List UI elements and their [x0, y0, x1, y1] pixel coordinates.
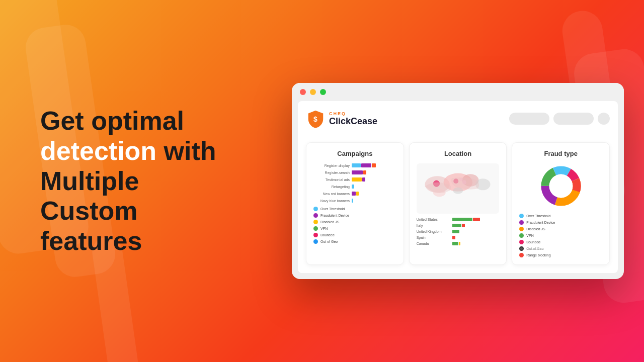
campaign-row-6: Navy blue banners	[313, 199, 396, 203]
brand-name: ClickCease	[329, 116, 377, 127]
location-row-es: Spain	[417, 236, 500, 239]
fraud-legend-1: Over Threshold	[519, 214, 602, 218]
bar-seg	[352, 192, 356, 196]
fraud-dot-5	[519, 240, 524, 244]
fraud-legend: Over Threshold Fraudulent Device Disable…	[519, 214, 602, 257]
ca-bars	[452, 242, 460, 245]
location-row-uk: United Kingdom	[417, 230, 500, 233]
bar-seg	[352, 163, 361, 167]
hero-title: Get optimal detection with Multiple Cust…	[40, 106, 242, 256]
campaigns-legend: Over Threshold Fraudulent Device Disable…	[313, 207, 396, 244]
header-nav	[509, 113, 610, 125]
legend-item-1: Over Threshold	[313, 207, 396, 211]
fraud-dot-7	[519, 253, 524, 257]
bar-seg	[372, 163, 376, 167]
fraud-title: Fraud type	[519, 150, 602, 157]
fraud-legend-4: VPN	[519, 233, 602, 238]
browser-titlebar	[292, 83, 624, 101]
campaign-label-2: Register-search	[313, 171, 350, 174]
traffic-light-red	[300, 89, 306, 95]
bar-seg	[352, 185, 354, 189]
hero-line1: Get optimal	[40, 106, 184, 135]
bar	[452, 236, 455, 239]
bar-seg	[363, 170, 366, 174]
uk-bars	[452, 230, 459, 233]
legend-label-5: Bounced	[320, 233, 335, 237]
campaign-row-4: Retargeting	[313, 185, 396, 189]
world-map-svg	[417, 163, 500, 214]
legend-item-3: Disabled JS	[313, 220, 396, 224]
legend-dot-4	[313, 226, 318, 231]
donut-area	[519, 163, 602, 209]
legend-label-4: VPN	[320, 227, 328, 230]
bar-seg	[352, 199, 353, 203]
legend-dot-5	[313, 233, 318, 237]
nav-pill-sm	[598, 113, 610, 125]
it-bars	[452, 224, 465, 227]
fraud-label-1: Over Threshold	[526, 214, 550, 218]
app-header: $ CHEQ ClickCease	[306, 109, 610, 134]
logo-icon: $	[306, 109, 325, 128]
country-us: United States	[417, 218, 449, 221]
legend-dot-1	[313, 207, 318, 211]
fraud-legend-5: Bounced	[519, 240, 602, 244]
logo-area: $ CHEQ ClickCease	[306, 109, 377, 128]
bar	[459, 242, 460, 245]
legend-label-3: Disabled JS	[320, 220, 339, 224]
cheq-label: CHEQ	[329, 111, 377, 116]
fraud-legend-6: Out of Geo	[519, 246, 602, 251]
fraud-label-6: Out of Geo	[526, 247, 543, 250]
bar-container-3	[352, 177, 365, 182]
campaigns-panel: Campaigns Register-display Register-sear…	[306, 142, 404, 265]
us-bars	[452, 218, 480, 221]
bar-container-5	[352, 192, 359, 196]
campaign-row-2: Register-search	[313, 170, 396, 174]
browser-content: $ CHEQ ClickCease Campaigns Register-	[298, 101, 618, 273]
bar-seg	[362, 177, 365, 182]
fraud-dot-3	[519, 227, 524, 231]
location-row-it: Italy	[417, 224, 500, 227]
country-es: Spain	[417, 236, 449, 239]
campaign-row-1: Register-display	[313, 163, 396, 167]
bar	[452, 230, 459, 233]
svg-text:$: $	[313, 115, 317, 123]
campaigns-title: Campaigns	[313, 150, 396, 157]
country-ca: Canada	[417, 242, 449, 245]
fraud-dot-2	[519, 220, 524, 225]
donut-chart	[538, 163, 584, 209]
campaign-row-3: Testimonial ads	[313, 177, 396, 182]
hero-section: Get optimal detection with Multiple Cust…	[40, 106, 242, 256]
country-it: Italy	[417, 224, 449, 227]
logo-text: CHEQ ClickCease	[329, 111, 377, 127]
legend-item-6: Out of Geo	[313, 239, 396, 244]
legend-label-6: Out of Geo	[320, 240, 338, 243]
campaign-label-6: Navy blue banners	[313, 199, 350, 203]
campaign-label-1: Register-display	[313, 164, 350, 167]
country-uk: United Kingdom	[417, 230, 449, 233]
legend-dot-6	[313, 239, 318, 244]
fraud-label-3: Disabled JS	[526, 227, 545, 231]
legend-label-1: Over Threshold	[320, 207, 345, 211]
hero-line3: Multiple Custom	[40, 166, 139, 225]
nav-pill-1	[509, 113, 549, 125]
dashboard-panels: Campaigns Register-display Register-sear…	[306, 142, 610, 265]
bar-seg	[356, 192, 359, 196]
bar	[452, 218, 472, 221]
legend-item-5: Bounced	[313, 233, 396, 237]
campaign-row-5: New red banners	[313, 192, 396, 196]
bar	[473, 218, 480, 221]
fraud-dot-4	[519, 233, 524, 238]
location-row-ca: Canada	[417, 242, 500, 245]
fraud-legend-3: Disabled JS	[519, 227, 602, 231]
fraud-panel: Fraud type	[512, 142, 610, 265]
bar-container-1	[352, 163, 376, 167]
campaign-label-5: New red banners	[313, 192, 350, 196]
hero-line2-highlight: detection	[40, 136, 156, 165]
legend-dot-3	[313, 220, 318, 224]
legend-dot-2	[313, 213, 318, 218]
bar	[462, 224, 465, 227]
campaign-label-3: Testimonial ads	[313, 178, 350, 182]
bar-container-2	[352, 170, 366, 174]
nav-pill-2	[553, 113, 594, 125]
campaign-label-4: Retargeting	[313, 185, 350, 189]
